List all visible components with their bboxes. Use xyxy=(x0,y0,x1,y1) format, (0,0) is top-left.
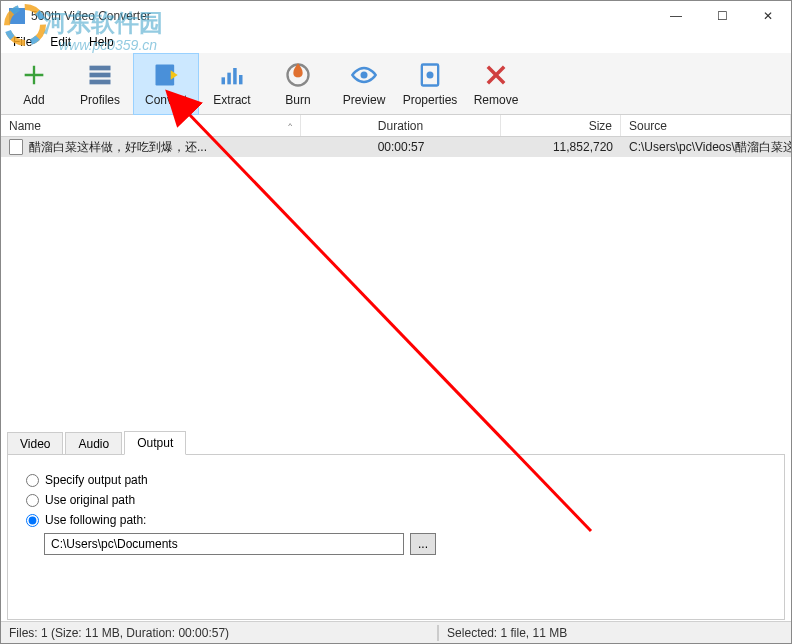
column-source[interactable]: Source xyxy=(621,115,791,136)
properties-icon xyxy=(416,61,444,89)
radio-original-path[interactable]: Use original path xyxy=(26,493,766,507)
svg-rect-3 xyxy=(90,72,111,77)
radio-original-input[interactable] xyxy=(26,494,39,507)
tab-output[interactable]: Output xyxy=(124,431,186,455)
properties-button[interactable]: Properties xyxy=(397,53,463,115)
convert-button[interactable]: Convert xyxy=(133,53,199,115)
svg-rect-6 xyxy=(222,77,226,84)
extract-button[interactable]: Extract xyxy=(199,53,265,115)
profiles-button[interactable]: Profiles xyxy=(67,53,133,115)
menu-help[interactable]: Help xyxy=(81,33,122,51)
extract-icon xyxy=(218,61,246,89)
menu-edit[interactable]: Edit xyxy=(42,33,79,51)
convert-icon xyxy=(152,61,180,89)
menubar: File Edit Help xyxy=(1,31,791,53)
app-icon xyxy=(9,8,25,24)
menu-file[interactable]: File xyxy=(5,33,40,51)
window-title: 500th Video Converter xyxy=(31,9,653,23)
cell-source: C:\Users\pc\Videos\醋溜白菜这... xyxy=(621,139,791,156)
remove-icon xyxy=(482,61,510,89)
titlebar: 500th Video Converter — ☐ ✕ xyxy=(1,1,791,31)
file-icon xyxy=(9,139,23,155)
preview-button[interactable]: Preview xyxy=(331,53,397,115)
output-path-input[interactable] xyxy=(44,533,404,555)
minimize-button[interactable]: — xyxy=(653,1,699,31)
toolbar: Add Profiles Convert Extract Burn Previe… xyxy=(1,53,791,115)
tab-video[interactable]: Video xyxy=(7,432,63,455)
radio-following-input[interactable] xyxy=(26,514,39,527)
column-duration[interactable]: Duration xyxy=(301,115,501,136)
radio-following-path[interactable]: Use following path: xyxy=(26,513,766,527)
remove-button[interactable]: Remove xyxy=(463,53,529,115)
status-separator xyxy=(437,625,439,641)
burn-button[interactable]: Burn xyxy=(265,53,331,115)
list-row[interactable]: 醋溜白菜这样做，好吃到爆，还... 00:00:57 11,852,720 C:… xyxy=(1,137,791,157)
svg-rect-9 xyxy=(239,75,243,84)
tabs-header: Video Audio Output xyxy=(7,431,785,455)
bottom-panel: Video Audio Output Specify output path U… xyxy=(7,431,785,621)
add-button[interactable]: Add xyxy=(1,53,67,115)
cell-size: 11,852,720 xyxy=(501,140,621,154)
svg-rect-8 xyxy=(233,68,237,84)
statusbar: Files: 1 (Size: 11 MB, Duration: 00:00:5… xyxy=(1,621,791,643)
profiles-icon xyxy=(86,61,114,89)
close-button[interactable]: ✕ xyxy=(745,1,791,31)
burn-icon xyxy=(284,61,312,89)
maximize-button[interactable]: ☐ xyxy=(699,1,745,31)
tab-content-output: Specify output path Use original path Us… xyxy=(7,454,785,620)
svg-point-14 xyxy=(427,71,434,78)
tab-audio[interactable]: Audio xyxy=(65,432,122,455)
eye-icon xyxy=(350,61,378,89)
column-name[interactable]: Name^ xyxy=(1,115,301,136)
browse-button[interactable]: ... xyxy=(410,533,436,555)
column-size[interactable]: Size xyxy=(501,115,621,136)
status-files: Files: 1 (Size: 11 MB, Duration: 00:00:5… xyxy=(9,626,229,640)
svg-point-12 xyxy=(361,71,368,78)
svg-rect-4 xyxy=(90,79,111,84)
plus-icon xyxy=(20,61,48,89)
cell-duration: 00:00:57 xyxy=(301,140,501,154)
sort-indicator: ^ xyxy=(288,121,292,130)
radio-specify-path[interactable]: Specify output path xyxy=(26,473,766,487)
svg-rect-7 xyxy=(227,72,231,84)
radio-specify-input[interactable] xyxy=(26,474,39,487)
list-header: Name^ Duration Size Source xyxy=(1,115,791,137)
cell-name: 醋溜白菜这样做，好吃到爆，还... xyxy=(1,139,301,156)
svg-rect-2 xyxy=(90,65,111,70)
status-selected: Selected: 1 file, 11 MB xyxy=(447,626,567,640)
